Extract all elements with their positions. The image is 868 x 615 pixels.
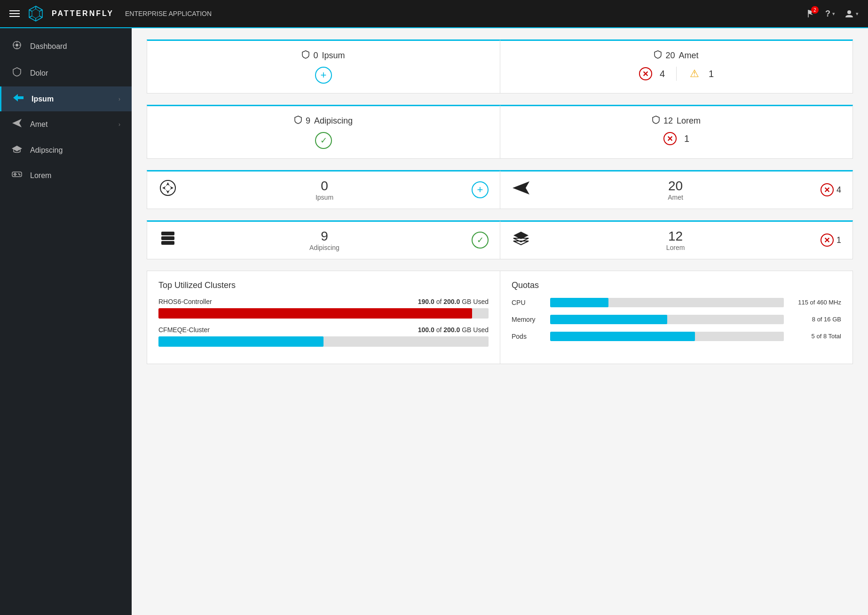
clusters-panel-title: Top Utilized Clusters <box>158 280 489 290</box>
quota-bar-bg-cpu <box>550 298 784 307</box>
status-card-lorem: 12 Lorem ✕ 1 <box>500 105 853 159</box>
user-chevron: ▾ <box>856 11 859 17</box>
amet-plane-icon <box>11 119 23 130</box>
quota-label-memory: Memory <box>512 316 544 323</box>
card-adipiscing-label: Adipiscing <box>314 116 353 126</box>
card-ipsum-body: + <box>315 67 332 84</box>
card-adipiscing-count: 9 <box>306 116 310 126</box>
card-amet-warning-icon: ⚠ <box>688 67 701 80</box>
info-amet-status: ✕ 4 <box>821 183 841 196</box>
help-button[interactable]: ? ▾ <box>825 9 835 19</box>
info-lorem-error-count: 1 <box>836 235 841 245</box>
info-card-lorem: 12 Lorem ✕ 1 <box>500 220 853 259</box>
help-chevron: ▾ <box>832 11 835 17</box>
info-amet-text: 20 Amet <box>538 179 813 201</box>
status-cards-row2: 9 Adipiscing ✓ 12 Lorem ✕ 1 <box>147 105 853 159</box>
ipsum-arrow-icon <box>13 94 24 104</box>
info-adipiscing-label: Adipiscing <box>185 244 464 251</box>
sidebar-item-adipscing[interactable]: Adipscing <box>0 137 132 163</box>
sidebar-label-dashboard: Dashboard <box>30 42 120 51</box>
sidebar-item-lorem[interactable]: Lorem <box>0 163 132 188</box>
quota-bar-fill-pods <box>550 332 695 341</box>
user-icon <box>844 9 854 18</box>
amet-chevron-icon: › <box>118 121 120 128</box>
brand-subtitle: ENTERPRISE APPLICATION <box>125 10 212 17</box>
cluster-bar-fill-1 <box>158 336 324 347</box>
card-amet-error-count: 4 <box>660 69 665 79</box>
info-lorem-layers-icon <box>512 231 530 249</box>
card-ipsum-shield-icon <box>302 50 309 61</box>
card-lorem-body: ✕ 1 <box>663 132 689 145</box>
brand-name: PATTERNFLY <box>52 9 114 18</box>
sidebar-item-amet[interactable]: Amet › <box>0 111 132 137</box>
info-cards-row2: 9 Adipiscing ✓ 12 Lorem <box>147 220 853 259</box>
info-adipiscing-check-icon: ✓ <box>472 232 489 249</box>
card-adipiscing-body: ✓ <box>315 132 332 149</box>
svg-line-4 <box>39 16 42 17</box>
cluster-header-1: CFMEQE-Cluster 100.0 of 200.0 GB Used <box>158 326 489 334</box>
cluster-item-1: CFMEQE-Cluster 100.0 of 200.0 GB Used <box>158 326 489 347</box>
svg-line-7 <box>29 10 32 11</box>
ipsum-chevron-icon: › <box>118 96 120 102</box>
card-amet-label: Amet <box>679 51 699 61</box>
cluster-name-1: CFMEQE-Cluster <box>158 326 210 334</box>
svg-marker-1 <box>32 9 39 18</box>
card-lorem-label: Lorem <box>677 116 701 126</box>
cluster-name-0: RHOS6-Controller <box>158 298 212 305</box>
cluster-bar-fill-0 <box>158 308 472 319</box>
card-amet-divider <box>676 67 677 81</box>
info-ipsum-label: Ipsum <box>185 194 464 201</box>
svg-point-25 <box>16 174 17 175</box>
cluster-item-0: RHOS6-Controller 190.0 of 200.0 GB Used <box>158 298 489 319</box>
svg-point-11 <box>16 44 18 47</box>
info-lorem-error-icon: ✕ <box>821 234 834 247</box>
notifications-button[interactable]: 2 <box>806 9 816 18</box>
svg-rect-32 <box>161 236 174 240</box>
cluster-header-0: RHOS6-Controller 190.0 of 200.0 GB Used <box>158 298 489 305</box>
card-lorem-error-icon: ✕ <box>663 132 677 145</box>
sidebar-item-ipsum[interactable]: Ipsum › <box>0 86 132 111</box>
card-ipsum-count: 0 <box>313 51 318 61</box>
cluster-usage-1: 100.0 of 200.0 GB Used <box>418 326 489 334</box>
svg-rect-33 <box>161 241 174 245</box>
sidebar-label-adipscing: Adipscing <box>30 146 120 155</box>
notification-count: 2 <box>811 6 819 14</box>
header-right: 2 ? ▾ ▾ <box>806 9 859 19</box>
sidebar-item-dolor[interactable]: Dolor <box>0 60 132 86</box>
card-amet-shield-icon <box>654 50 662 61</box>
status-card-amet: 20 Amet ✕ 4 ⚠ 1 <box>500 39 853 93</box>
card-amet-warning-count: 1 <box>709 69 714 79</box>
quota-bar-fill-cpu <box>550 298 608 307</box>
card-amet-error-icon: ✕ <box>639 67 652 80</box>
svg-line-6 <box>29 16 32 17</box>
info-card-ipsum: 0 Ipsum + <box>147 170 500 209</box>
info-amet-error-count: 4 <box>836 185 841 195</box>
hamburger-menu[interactable] <box>9 10 20 17</box>
quotas-panel: Quotas CPU 115 of 460 MHz Memory <box>500 271 853 364</box>
card-ipsum-title: 0 Ipsum <box>302 50 345 61</box>
card-amet-title: 20 Amet <box>654 50 698 61</box>
main-content: 0 Ipsum + 20 Amet ✕ 4 <box>132 28 868 615</box>
status-card-adipiscing: 9 Adipiscing ✓ <box>147 105 500 159</box>
card-lorem-error-count: 1 <box>684 133 689 144</box>
info-ipsum-status: + <box>472 181 489 198</box>
cluster-usage-0: 190.0 of 200.0 GB Used <box>418 298 489 305</box>
card-lorem-count: 12 <box>663 116 673 126</box>
quota-bar-bg-pods <box>550 332 784 341</box>
info-lorem-label: Lorem <box>538 244 813 251</box>
status-cards-row1: 0 Ipsum + 20 Amet ✕ 4 <box>147 39 853 93</box>
info-lorem-text: 12 Lorem <box>538 229 813 251</box>
user-menu-button[interactable]: ▾ <box>844 9 859 18</box>
quota-label-cpu: CPU <box>512 299 544 306</box>
clusters-panel: Top Utilized Clusters RHOS6-Controller 1… <box>147 271 500 364</box>
quota-text-memory: 8 of 16 GB <box>789 316 841 323</box>
sidebar-item-dashboard[interactable]: Dashboard <box>0 33 132 60</box>
info-ipsum-number: 0 <box>185 179 464 194</box>
info-cards-row1: 0 Ipsum + 20 Amet <box>147 170 853 209</box>
svg-point-9 <box>847 10 851 14</box>
quota-item-pods: Pods 5 of 8 Total <box>512 332 841 341</box>
svg-point-27 <box>19 174 21 176</box>
quota-label-pods: Pods <box>512 333 544 340</box>
svg-marker-16 <box>13 94 24 101</box>
info-amet-plane-icon <box>512 180 530 199</box>
